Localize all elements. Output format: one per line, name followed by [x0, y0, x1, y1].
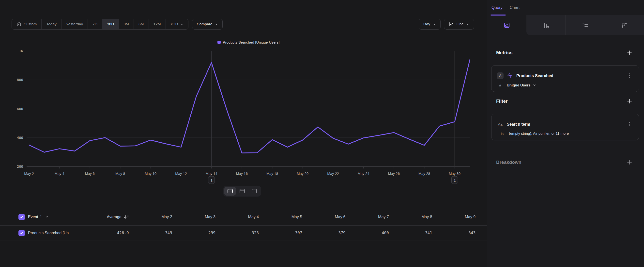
tab-retention[interactable]: [605, 15, 644, 35]
check-icon: [20, 215, 24, 219]
tab-chart[interactable]: Chart: [510, 5, 520, 10]
table-view-button[interactable]: [248, 187, 260, 196]
filter-kebab-menu[interactable]: [627, 121, 632, 127]
svg-text:May 18: May 18: [266, 172, 278, 176]
cell-value: 341: [389, 230, 432, 235]
row-checkbox[interactable]: [18, 230, 25, 236]
date-column-header[interactable]: May 9: [432, 215, 476, 219]
filter-property-name[interactable]: Search term: [507, 122, 530, 127]
svg-text:May 24: May 24: [358, 172, 370, 176]
cell-value: 400: [346, 230, 389, 235]
svg-text:600: 600: [17, 107, 23, 111]
tab-funnels[interactable]: [526, 15, 565, 35]
cell-value: 299: [172, 230, 216, 235]
split-view-button[interactable]: [224, 187, 236, 196]
cell-value: 343: [432, 230, 476, 235]
plus-icon: [627, 99, 632, 104]
average-value: 426.9: [117, 230, 129, 235]
metric-letter-badge: A: [497, 72, 504, 79]
cell-value: 349: [129, 230, 172, 235]
svg-text:400: 400: [17, 136, 23, 140]
tab-query[interactable]: Query: [492, 5, 502, 10]
split-view-icon: [227, 189, 233, 194]
tab-insights[interactable]: [487, 15, 526, 35]
select-all-checkbox[interactable]: [18, 214, 25, 220]
filter-operator[interactable]: Is: [499, 132, 506, 136]
svg-text:800: 800: [17, 78, 23, 82]
sort-descending-icon[interactable]: [124, 215, 129, 219]
svg-text:May 8: May 8: [115, 172, 125, 176]
table-view-icon: [252, 189, 257, 194]
metric-card[interactable]: A Products Searched # Unique Users: [491, 65, 639, 92]
check-icon: [20, 231, 24, 235]
inactive-tab-block: [526, 15, 644, 35]
add-metric-button[interactable]: [626, 50, 632, 56]
cell-value: 379: [302, 230, 345, 235]
svg-text:May 10: May 10: [145, 172, 157, 176]
report-main-area: Custom Today Yesterday 7D 30D 3M 6M 12M …: [0, 0, 487, 267]
table-header-row: Event 1 Average May 2 May 3 May 4 May 5 …: [0, 208, 487, 226]
svg-text:May 16: May 16: [236, 172, 248, 176]
date-column-header[interactable]: May 4: [216, 215, 259, 219]
plus-icon: [627, 160, 632, 165]
retention-icon: [621, 22, 628, 29]
svg-text:May 26: May 26: [388, 172, 400, 176]
metric-kebab-menu[interactable]: [627, 73, 632, 79]
event-count: 1: [40, 215, 42, 219]
plus-icon: [627, 50, 632, 55]
cell-value: 323: [216, 230, 259, 235]
svg-text:200: 200: [17, 165, 23, 168]
filter-section-header: Filter: [487, 98, 644, 105]
app-root: Custom Today Yesterday 7D 30D 3M 6M 12M …: [0, 0, 644, 267]
metric-name[interactable]: Products Searched: [516, 73, 553, 78]
svg-text:1: 1: [454, 178, 456, 182]
kebab-icon: [627, 73, 632, 79]
svg-text:May 30: May 30: [449, 172, 461, 176]
date-column-header[interactable]: May 3: [172, 215, 216, 219]
table-column-divider: [133, 208, 133, 240]
filter-value[interactable]: (empty string), Air purifier, or 11 more: [509, 132, 569, 135]
date-column-header[interactable]: May 5: [259, 215, 302, 219]
date-column-header[interactable]: May 7: [346, 215, 389, 219]
chevron-down-icon[interactable]: [533, 84, 536, 87]
chart-view-button[interactable]: [236, 187, 248, 196]
query-panel: Query Chart: [487, 0, 644, 267]
event-pointer-icon: [507, 72, 513, 79]
svg-text:1K: 1K: [19, 49, 23, 53]
date-column-header[interactable]: May 6: [302, 215, 345, 219]
active-tab-underline: [490, 15, 506, 16]
chevron-down-icon[interactable]: [45, 215, 48, 218]
line-chart[interactable]: 1K800600400200May 2May 4May 6May 8May 10…: [0, 0, 487, 192]
tab-flows[interactable]: [565, 15, 604, 35]
aggregation-hash-icon: #: [497, 83, 504, 87]
cell-value: 307: [259, 230, 302, 235]
filter-card[interactable]: Aa Search term Is (empty string), Air pu…: [491, 114, 639, 140]
svg-text:1: 1: [210, 178, 212, 182]
table-row[interactable]: Products Searched [Un... 426.9 349 299 3…: [0, 226, 487, 240]
date-column-header[interactable]: May 2: [129, 215, 172, 219]
layout-toggle-group: [223, 186, 261, 196]
add-breakdown-button[interactable]: [626, 159, 632, 165]
event-column-header[interactable]: Event: [28, 215, 38, 219]
svg-text:May 20: May 20: [297, 172, 309, 176]
svg-text:May 12: May 12: [175, 172, 187, 176]
breakdown-section-header: Breakdown: [487, 159, 644, 166]
aggregation-selector[interactable]: Unique Users: [507, 83, 530, 87]
flows-icon: [582, 22, 588, 29]
metrics-title: Metrics: [496, 50, 513, 55]
series-name: Products Searched [Un...: [28, 231, 72, 235]
svg-text:May 22: May 22: [327, 172, 339, 176]
funnel-icon: [543, 22, 549, 29]
svg-text:May 4: May 4: [54, 172, 64, 176]
svg-text:May 2: May 2: [24, 172, 34, 176]
date-column-header[interactable]: May 8: [389, 215, 432, 219]
add-filter-button[interactable]: [626, 98, 632, 104]
breakdown-title: Breakdown: [496, 160, 521, 165]
average-column-header[interactable]: Average: [107, 215, 121, 219]
panel-tab-bar: Query Chart: [487, 0, 644, 15]
kebab-icon: [627, 121, 632, 127]
svg-text:May 28: May 28: [418, 172, 430, 176]
insights-icon: [504, 22, 510, 29]
svg-text:May 14: May 14: [206, 172, 218, 176]
results-table: Event 1 Average May 2 May 3 May 4 May 5 …: [0, 208, 487, 240]
